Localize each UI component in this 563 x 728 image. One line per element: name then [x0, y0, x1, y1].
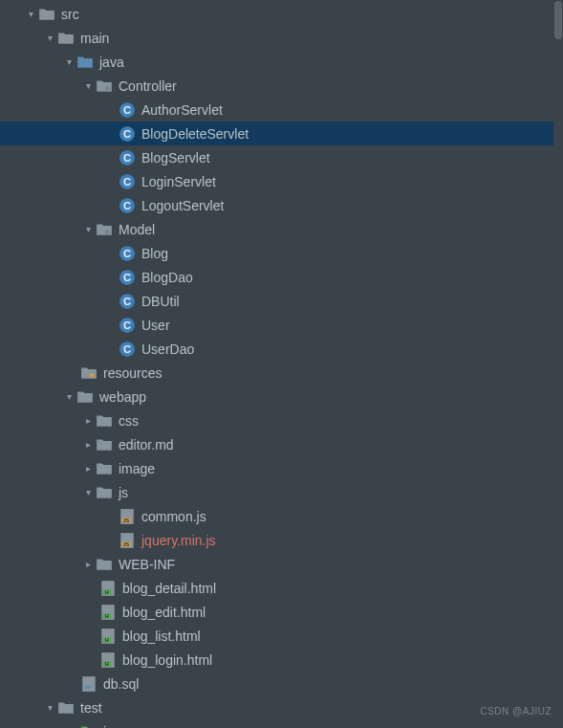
- label-userdao: UserDao: [141, 342, 194, 357]
- label-dbsql: db.sql: [103, 676, 139, 692]
- project-tree[interactable]: ▾src ▾main ▾java ▾Controller AuthorServl…: [0, 0, 563, 728]
- folder-icon: [57, 699, 75, 717]
- package-icon: [96, 77, 113, 95]
- html-file-icon: [99, 651, 117, 669]
- folder-icon: [76, 388, 94, 406]
- package-model[interactable]: ▾Model: [0, 217, 563, 241]
- chevron-down-icon: ▾: [61, 56, 76, 67]
- label-logoutservlet: LogoutServlet: [141, 198, 224, 213]
- folder-icon: [57, 30, 75, 47]
- file-jquerymin[interactable]: jquery.min.js: [0, 528, 563, 552]
- class-blogdao[interactable]: BlogDao: [0, 265, 563, 289]
- folder-webapp[interactable]: ▾webapp: [0, 385, 563, 408]
- label-webinf: WEB-INF: [119, 557, 175, 572]
- class-loginservlet[interactable]: LoginServlet: [0, 169, 563, 193]
- label-loginservlet: LoginServlet: [141, 174, 216, 189]
- label-dbutil: DBUtil: [141, 294, 180, 309]
- folder-java-main[interactable]: ▾java: [0, 50, 563, 74]
- scrollbar-thumb[interactable]: [554, 1, 562, 39]
- chevron-down-icon: ▾: [61, 391, 76, 402]
- class-icon: [119, 341, 136, 358]
- file-dbsql[interactable]: db.sql: [0, 672, 563, 695]
- chevron-down-icon: ▾: [80, 487, 96, 497]
- test-source-folder-icon: [80, 723, 97, 729]
- label-blogdao: BlogDao: [141, 270, 193, 285]
- chevron-down-icon: ▾: [42, 33, 57, 43]
- chevron-down-icon: ▾: [42, 702, 57, 713]
- label-user: User: [141, 318, 170, 333]
- class-blog[interactable]: Blog: [0, 241, 563, 265]
- js-file-icon: [119, 532, 136, 549]
- folder-icon: [38, 6, 55, 23]
- label-authorservlet: AuthorServlet: [141, 102, 223, 118]
- label-blogservlet: BlogServlet: [141, 150, 210, 165]
- chevron-right-icon: ▸: [80, 559, 96, 569]
- label-blogdetail: blog_detail.html: [122, 581, 216, 596]
- label-css: css: [119, 413, 139, 429]
- file-commonjs[interactable]: common.js: [0, 504, 563, 528]
- source-folder-icon: [76, 54, 94, 71]
- chevron-right-icon: ▸: [80, 415, 96, 426]
- label-test: test: [80, 700, 102, 716]
- watermark: CSDN @AJIUZ: [480, 706, 552, 717]
- chevron-right-icon: ▸: [80, 439, 96, 450]
- label-bloglogin: blog_login.html: [122, 652, 212, 668]
- label-java2: java: [103, 724, 128, 729]
- chevron-down-icon: ▾: [80, 80, 96, 91]
- label-blog: Blog: [141, 246, 168, 261]
- chevron-down-icon: ▾: [23, 9, 38, 19]
- chevron-down-icon: ▾: [80, 224, 96, 234]
- file-blogdetail[interactable]: blog_detail.html: [0, 576, 563, 600]
- folder-js[interactable]: ▾js: [0, 480, 563, 504]
- label-commonjs: common.js: [141, 509, 206, 524]
- label-bloglist: blog_list.html: [122, 629, 201, 644]
- sql-file-icon: [80, 675, 97, 693]
- label-jquerymin: jquery.min.js: [141, 533, 216, 548]
- label-blogdeleteservlet: BlogDeleteServlet: [141, 126, 249, 142]
- class-logoutservlet[interactable]: LogoutServlet: [0, 193, 563, 217]
- label-blogedit: blog_edit.html: [122, 605, 206, 620]
- folder-webinf[interactable]: ▸WEB-INF: [0, 552, 563, 576]
- vertical-scrollbar[interactable]: [553, 0, 563, 728]
- chevron-right-icon: ▸: [80, 463, 96, 474]
- class-blogservlet[interactable]: BlogServlet: [0, 145, 563, 169]
- package-icon: [96, 221, 113, 238]
